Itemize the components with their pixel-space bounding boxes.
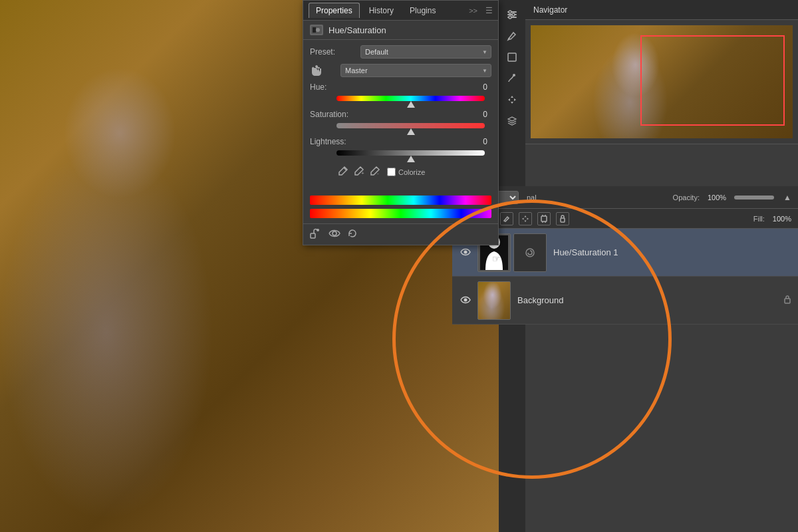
- preset-select[interactable]: Default: [360, 45, 491, 59]
- panel-menu-icon[interactable]: ☰: [485, 6, 493, 15]
- lock-all-btn[interactable]: [556, 212, 569, 225]
- nav-title: Navigator: [533, 5, 567, 15]
- svg-rect-18: [311, 233, 315, 238]
- svg-marker-28: [527, 217, 529, 219]
- saturation-value: 0: [483, 110, 487, 119]
- tab-more[interactable]: >>: [469, 7, 477, 15]
- panel-expand-icon[interactable]: ▲: [783, 193, 791, 202]
- hue-label: Hue:: [310, 82, 363, 92]
- eyedropper-remove-icon[interactable]: -: [368, 164, 382, 180]
- channel-row: Master ▼: [310, 64, 491, 77]
- layers-icon[interactable]: [503, 112, 521, 130]
- move-icon[interactable]: [503, 90, 521, 109]
- hand-icon: [310, 64, 336, 77]
- layer-visibility-bg[interactable]: [459, 295, 472, 306]
- svg-marker-11: [514, 98, 516, 101]
- svg-text:-: -: [377, 170, 379, 176]
- svg-marker-26: [525, 220, 527, 222]
- panel-tab-bar: Properties History Plugins >> ☰: [303, 1, 498, 21]
- eyedropper-add-icon[interactable]: +: [352, 164, 366, 180]
- svg-marker-27: [522, 217, 524, 219]
- preset-select-wrapper: Default ▼: [360, 45, 491, 59]
- eyedropper-icon[interactable]: [336, 164, 350, 180]
- hue-slider-container[interactable]: [336, 94, 485, 103]
- hue-section: Hue: 0: [310, 82, 491, 103]
- saturation-section: Saturation: 0: [310, 110, 491, 130]
- lock-paint-btn[interactable]: [500, 212, 513, 225]
- svg-rect-41: [785, 299, 790, 303]
- hue-sat-icon: [310, 25, 323, 35]
- bg-layer-thumb: [477, 281, 511, 320]
- hue-slider-thumb: [407, 101, 415, 108]
- svg-text:+: +: [361, 170, 364, 176]
- svg-point-35: [464, 250, 467, 253]
- nav-content: [525, 20, 798, 144]
- lock-artboard-btn[interactable]: [537, 212, 551, 225]
- hue-sat-mask-thumb: [513, 233, 547, 272]
- svg-marker-25: [525, 215, 527, 217]
- reset-icon[interactable]: [347, 228, 358, 241]
- colorize-checkbox[interactable]: [387, 168, 396, 176]
- layers-panel: Normal nal Opacity: 100% ▲ Lock:: [452, 186, 798, 325]
- fill-label: Fill:: [753, 215, 765, 223]
- colorize-checkbox-group[interactable]: Colorize: [387, 168, 425, 176]
- eyedropper-group: + -: [336, 164, 382, 180]
- properties-panel: Properties History Plugins >> ☰ Hue/Satu…: [303, 0, 499, 245]
- layer-row-hue-sat[interactable]: ☞ Hue/Saturation 1: [452, 229, 798, 277]
- bg-lock-icon: [783, 295, 791, 306]
- nav-thumbnail: [531, 25, 793, 138]
- light-slider-track: [336, 150, 485, 156]
- visibility-icon[interactable]: [329, 229, 340, 240]
- svg-rect-29: [541, 216, 547, 221]
- panel-footer: [303, 223, 498, 245]
- settings-icon[interactable]: [503, 5, 521, 24]
- opacity-slider[interactable]: [734, 196, 774, 200]
- light-slider-container[interactable]: [336, 148, 485, 158]
- hue-slider-track: [336, 96, 485, 101]
- svg-rect-34: [561, 218, 565, 222]
- opacity-value: 100%: [708, 194, 726, 201]
- hue-label-row: Hue: 0: [310, 82, 491, 92]
- color-strip-bottom: [310, 209, 491, 218]
- layer-row-background[interactable]: Background: [452, 277, 798, 325]
- layer-visibility-hue-sat[interactable]: [459, 247, 472, 258]
- svg-point-19: [317, 229, 319, 231]
- svg-rect-6: [508, 53, 516, 61]
- svg-point-20: [332, 231, 336, 235]
- panel-title: Hue/Saturation: [329, 25, 386, 35]
- saturation-label: Saturation:: [310, 110, 363, 119]
- panel-body: Preset: Default ▼ Master ▼: [303, 40, 498, 192]
- tab-history[interactable]: History: [362, 3, 400, 18]
- pen-icon[interactable]: [503, 27, 521, 45]
- bg-thumb-group: [477, 281, 511, 320]
- layer-name-bg: Background: [517, 295, 563, 305]
- svg-text:☞: ☞: [492, 253, 501, 264]
- tab-plugins[interactable]: Plugins: [403, 3, 442, 18]
- svg-point-7: [513, 74, 515, 76]
- svg-point-40: [464, 298, 467, 301]
- nav-image: [531, 25, 793, 138]
- lock-move-btn[interactable]: [519, 212, 532, 225]
- opacity-label: Opacity:: [673, 194, 700, 201]
- brush-icon[interactable]: [503, 69, 521, 88]
- lightness-section: Lightness: 0: [310, 137, 491, 158]
- svg-point-5: [509, 16, 511, 19]
- svg-rect-13: [313, 27, 316, 33]
- svg-point-3: [509, 11, 511, 13]
- sat-slider-container[interactable]: [336, 121, 485, 130]
- light-slider-thumb: [407, 156, 415, 162]
- blend-mode-display: nal: [527, 194, 537, 201]
- colorize-row: + - Colorize: [336, 164, 491, 180]
- svg-point-39: [526, 249, 534, 257]
- tab-properties[interactable]: Properties: [309, 3, 360, 18]
- svg-marker-10: [508, 98, 510, 101]
- fill-value: 100%: [773, 215, 791, 223]
- rect-select-icon[interactable]: [503, 48, 521, 66]
- clip-to-layer-icon[interactable]: [310, 228, 322, 241]
- layer-name-hue-sat: Hue/Saturation 1: [553, 247, 618, 257]
- lock-row: Lock:: [452, 209, 798, 229]
- light-label-row: Lightness: 0: [310, 137, 491, 146]
- sat-label-row: Saturation: 0: [310, 110, 491, 119]
- lightness-value: 0: [483, 137, 487, 146]
- channel-select[interactable]: Master: [340, 64, 491, 77]
